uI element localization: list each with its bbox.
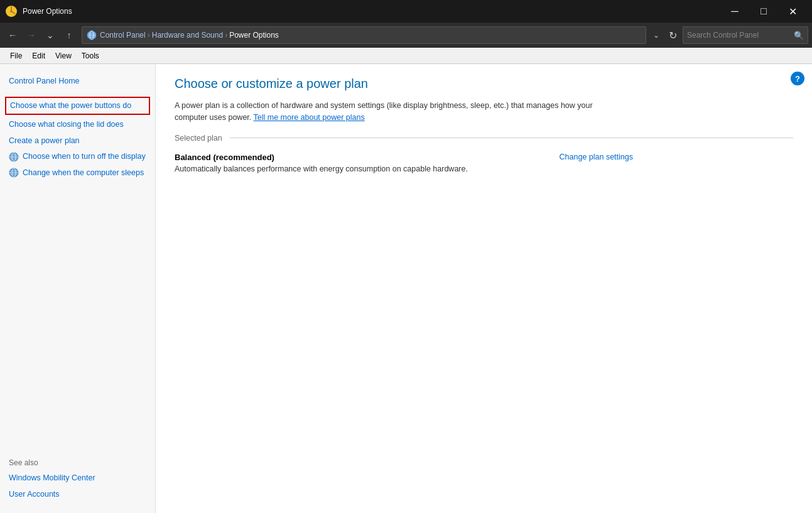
- sidebar-link-computer-sleeps[interactable]: Change when the computer sleeps: [5, 166, 150, 181]
- main-area: Control Panel Home Choose what the power…: [0, 64, 812, 513]
- selected-plan-header: Selected plan: [175, 134, 793, 143]
- forward-button[interactable]: →: [23, 26, 40, 44]
- sidebar-link-computer-sleeps-label: Change when the computer sleeps: [23, 168, 144, 179]
- refresh-button[interactable]: ↻: [664, 26, 681, 44]
- address-breadcrumb-3: Power Options: [229, 31, 279, 40]
- search-container: 🔍: [683, 26, 808, 44]
- up-button[interactable]: ↑: [60, 26, 78, 44]
- change-plan-settings-link[interactable]: Change plan settings: [560, 153, 633, 161]
- address-dropdown-button[interactable]: ⌄: [650, 26, 663, 44]
- sidebar-link-turn-off-display-label: Choose when to turn off the display: [23, 151, 146, 163]
- address-breadcrumb-2: Hardware and Sound: [152, 31, 223, 40]
- address-breadcrumb-1: Control Panel: [100, 31, 146, 40]
- see-also-label: See also: [5, 458, 150, 467]
- plan-description: Automatically balances performance with …: [175, 165, 547, 173]
- plan-row: Balanced (recommended) Automatically bal…: [175, 153, 633, 173]
- sidebar-link-user-accounts[interactable]: User Accounts: [5, 487, 150, 502]
- selected-plan-label: Selected plan: [175, 134, 222, 143]
- menu-tools[interactable]: Tools: [77, 50, 104, 62]
- menu-file[interactable]: File: [5, 50, 27, 62]
- sidebar-divider: [5, 181, 150, 453]
- selected-plan-line: [230, 138, 793, 138]
- sidebar-link-power-buttons[interactable]: Choose what the power buttons do: [5, 97, 150, 116]
- sidebar-link-lid[interactable]: Choose what closing the lid does: [5, 117, 150, 132]
- maximize-button[interactable]: □: [749, 0, 778, 23]
- sidebar: Control Panel Home Choose what the power…: [0, 64, 156, 513]
- title-bar: Power Options ─ □ ✕: [0, 0, 812, 23]
- menu-bar: File Edit View Tools: [0, 48, 812, 64]
- dropdown-button[interactable]: ⌄: [41, 26, 59, 44]
- sidebar-link-windows-mobility[interactable]: Windows Mobility Center: [5, 471, 150, 486]
- plan-info: Balanced (recommended) Automatically bal…: [175, 153, 547, 173]
- sidebar-link-lid-label: Choose what closing the lid does: [9, 119, 124, 131]
- nav-bar: ← → ⌄ ↑ Control Panel › Hardware and Sou…: [0, 23, 812, 48]
- sidebar-link-power-buttons-label: Choose what the power buttons do: [10, 100, 131, 112]
- tell-me-link[interactable]: Tell me more about power plans: [254, 113, 365, 122]
- address-bar[interactable]: Control Panel › Hardware and Sound › Pow…: [82, 26, 646, 44]
- globe-icon-1: [9, 152, 19, 162]
- search-button[interactable]: 🔍: [794, 31, 804, 40]
- menu-view[interactable]: View: [50, 50, 77, 62]
- back-button[interactable]: ←: [4, 26, 21, 44]
- globe-icon-2: [9, 168, 19, 178]
- search-input[interactable]: [687, 31, 794, 40]
- plan-name: Balanced (recommended): [175, 153, 547, 162]
- sidebar-link-create-plan-label: Create a power plan: [9, 136, 80, 147]
- content-panel: ? Choose or customize a power plan A pow…: [156, 64, 812, 513]
- minimize-button[interactable]: ─: [720, 0, 749, 23]
- description-text: A power plan is a collection of hardware…: [175, 100, 627, 124]
- window-controls: ─ □ ✕: [720, 0, 807, 23]
- page-title: Choose or customize a power plan: [175, 77, 793, 91]
- help-button[interactable]: ?: [791, 72, 804, 85]
- address-icon: [86, 30, 97, 41]
- description-text-main: A power plan is a collection of hardware…: [175, 101, 593, 122]
- selected-plan-section: Selected plan Balanced (recommended) Aut…: [175, 134, 793, 173]
- sidebar-link-turn-off-display[interactable]: Choose when to turn off the display: [5, 149, 150, 165]
- svg-point-1: [10, 10, 13, 13]
- see-also-section: See also Windows Mobility Center User Ac…: [5, 453, 150, 503]
- window-title: Power Options: [23, 7, 72, 16]
- sidebar-link-create-plan[interactable]: Create a power plan: [5, 134, 150, 149]
- menu-edit[interactable]: Edit: [27, 50, 50, 62]
- app-icon: [5, 5, 18, 18]
- sidebar-link-control-panel-home[interactable]: Control Panel Home: [5, 74, 150, 89]
- close-button[interactable]: ✕: [778, 0, 807, 23]
